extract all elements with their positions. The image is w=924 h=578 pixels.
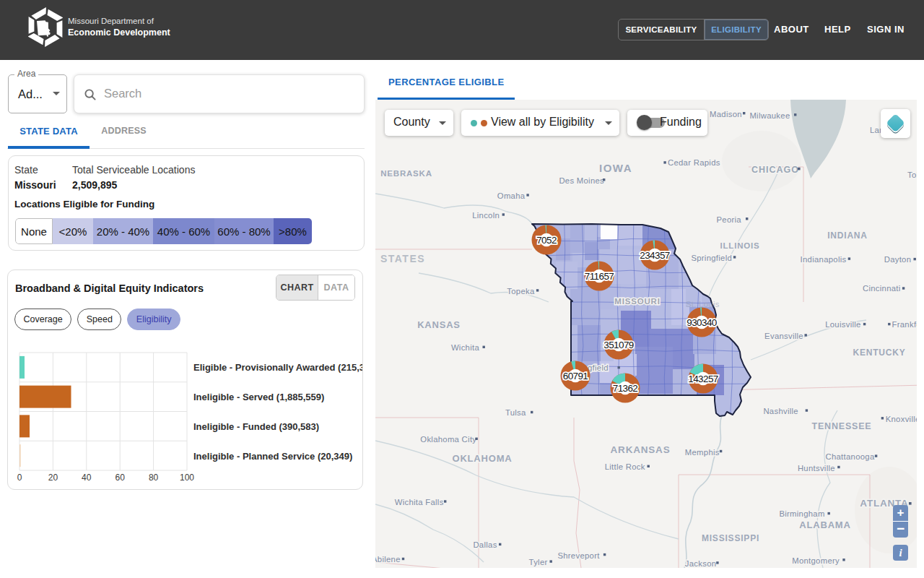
svg-text:Montgomery: Montgomery — [792, 556, 840, 565]
svg-text:Ineligible - Funded (390,583): Ineligible - Funded (390,583) — [193, 421, 319, 432]
svg-text:Topeka: Topeka — [507, 287, 535, 296]
svg-text:Peoria: Peoria — [717, 215, 742, 224]
svg-text:351079: 351079 — [603, 340, 634, 350]
svg-text:Louisville: Louisville — [825, 320, 860, 329]
svg-text:100: 100 — [180, 473, 194, 483]
svg-text:Shreveport: Shreveport — [557, 551, 600, 560]
svg-text:Evansville: Evansville — [764, 332, 803, 340]
svg-text:KANSAS: KANSAS — [417, 319, 461, 330]
svg-text:234357: 234357 — [640, 250, 670, 261]
svg-text:Memphis: Memphis — [685, 448, 720, 457]
svg-text:Eligible - Provisionally Award: Eligible - Provisionally Awarded (215,38… — [193, 362, 363, 373]
svg-text:Milwaukee: Milwaukee — [749, 111, 790, 120]
svg-text:143257: 143257 — [688, 374, 718, 384]
svg-text:Dallas: Dallas — [473, 540, 497, 549]
svg-text:Toledo: Toledo — [907, 171, 917, 179]
svg-text:Des Moines: Des Moines — [559, 176, 604, 185]
svg-text:Knoxville: Knoxville — [886, 415, 917, 423]
svg-text:TENNESSEE: TENNESSEE — [812, 421, 872, 431]
svg-text:Tyler: Tyler — [529, 558, 548, 566]
svg-text:Springfield: Springfield — [691, 254, 732, 262]
svg-text:Huntsville: Huntsville — [798, 464, 835, 473]
svg-text:Little Rock: Little Rock — [605, 462, 645, 471]
svg-text:60: 60 — [116, 473, 126, 483]
svg-text:KENTUCKY: KENTUCKY — [853, 348, 905, 358]
svg-text:20: 20 — [48, 473, 58, 483]
svg-text:Cedar Rapids: Cedar Rapids — [668, 158, 720, 167]
svg-text:Indianapolis: Indianapolis — [801, 255, 847, 264]
svg-text:ARKANSAS: ARKANSAS — [611, 444, 671, 455]
svg-text:MISSOURI: MISSOURI — [614, 297, 660, 306]
svg-text:gfield: gfield — [588, 363, 609, 372]
svg-text:Frankfort: Frankfort — [892, 320, 918, 329]
svg-text:Cincinnati: Cincinnati — [863, 284, 901, 293]
svg-text:INDIANA: INDIANA — [827, 230, 868, 241]
svg-text:40: 40 — [82, 473, 92, 483]
svg-text:IOWA: IOWA — [599, 162, 632, 174]
svg-text:STATES: STATES — [380, 253, 425, 264]
svg-text:60791: 60791 — [563, 371, 588, 381]
svg-text:CHICAGO: CHICAGO — [751, 165, 799, 175]
svg-text:Chattanooga: Chattanooga — [826, 452, 875, 461]
svg-text:ALABAMA: ALABAMA — [799, 519, 850, 530]
svg-text:Abilene: Abilene — [375, 555, 401, 564]
svg-text:7052: 7052 — [536, 235, 557, 246]
svg-text:St. Louis: St. Louis — [686, 300, 720, 309]
svg-text:711657: 711657 — [585, 271, 614, 282]
svg-text:80: 80 — [149, 473, 159, 483]
svg-text:0: 0 — [17, 473, 22, 483]
svg-text:71362: 71362 — [613, 383, 638, 394]
svg-text:ILLINOIS: ILLINOIS — [720, 241, 760, 250]
svg-text:Oklahoma City: Oklahoma City — [420, 435, 476, 444]
svg-text:Omaha: Omaha — [497, 191, 526, 200]
svg-text:Dayton: Dayton — [884, 255, 912, 264]
svg-text:Tulsa: Tulsa — [505, 408, 526, 417]
svg-text:Ineligible - Served (1,885,559: Ineligible - Served (1,885,559) — [193, 392, 324, 402]
svg-text:Madison: Madison — [710, 110, 742, 118]
svg-text:930340: 930340 — [687, 317, 717, 328]
svg-text:Nashville: Nashville — [763, 407, 798, 415]
svg-text:Wichita Falls: Wichita Falls — [395, 498, 444, 506]
svg-text:Jackson: Jackson — [685, 559, 717, 568]
svg-text:OKLAHOMA: OKLAHOMA — [453, 453, 513, 464]
svg-text:Ineligible - Planned Service (: Ineligible - Planned Service (20,349) — [193, 451, 352, 462]
svg-text:Birmingham: Birmingham — [779, 509, 824, 518]
svg-text:NEBRASKA: NEBRASKA — [380, 169, 432, 178]
svg-text:Wichita: Wichita — [451, 343, 480, 352]
svg-text:Lincoln: Lincoln — [472, 211, 500, 220]
svg-text:MISSISSIPPI: MISSISSIPPI — [702, 533, 759, 543]
